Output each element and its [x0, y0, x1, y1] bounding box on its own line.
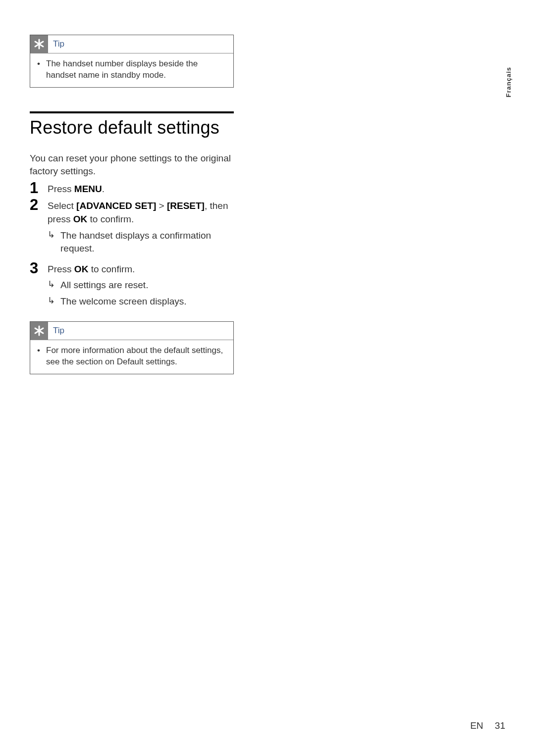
step-2: 2 Select [ADVANCED SET] > [RESET], then …	[30, 197, 234, 226]
step-text: Select	[48, 201, 76, 211]
result-text: The handset displays a confirmation requ…	[60, 229, 234, 255]
asterisk-icon	[30, 35, 48, 53]
arrow-icon: ↳	[48, 229, 60, 255]
bullet-icon: •	[37, 58, 46, 81]
ok-label: OK	[74, 264, 89, 274]
section-divider	[30, 111, 234, 113]
step-body: Press OK to confirm.	[48, 260, 135, 276]
page-footer: EN 31	[470, 720, 505, 731]
tip-body: • For more information about the default…	[30, 340, 233, 374]
tip-box-2: Tip • For more information about the def…	[30, 321, 234, 374]
tip-label: Tip	[48, 326, 64, 336]
intro-text: You can reset your phone settings to the…	[30, 152, 234, 178]
side-language-tab: Français	[505, 67, 512, 97]
arrow-icon: ↳	[48, 279, 60, 292]
step-1: 1 Press MENU.	[30, 180, 234, 196]
step-3-result-1: ↳ All settings are reset.	[48, 279, 234, 292]
step-text: Press	[48, 264, 74, 274]
step-number: 1	[30, 180, 48, 196]
step-2-result: ↳ The handset displays a confirmation re…	[48, 229, 234, 255]
arrow-icon: ↳	[48, 295, 60, 308]
bullet-icon: •	[37, 345, 46, 368]
advanced-set-label: [ADVANCED SET]	[76, 201, 156, 211]
tip-box-1: Tip • The handset number displays beside…	[30, 35, 234, 88]
step-text: to confirm.	[88, 264, 135, 274]
menu-label: MENU	[74, 184, 102, 194]
step-body: Press MENU.	[48, 180, 105, 196]
page-number: 31	[495, 720, 505, 731]
tip-header: Tip	[30, 322, 233, 340]
result-text: The welcome screen displays.	[60, 295, 187, 308]
footer-language: EN	[470, 720, 483, 731]
tip-text: The handset number displays beside the h…	[46, 58, 226, 81]
step-text: Press	[48, 184, 74, 194]
step-3-result-2: ↳ The welcome screen displays.	[48, 295, 234, 308]
reset-label: [RESET]	[167, 201, 205, 211]
step-number: 3	[30, 260, 48, 276]
step-3: 3 Press OK to confirm.	[30, 260, 234, 276]
step-number: 2	[30, 197, 48, 226]
tip-header: Tip	[30, 35, 233, 53]
tip-body: • The handset number displays beside the…	[30, 53, 233, 87]
tip-label: Tip	[48, 39, 64, 49]
step-body: Select [ADVANCED SET] > [RESET], then pr…	[48, 197, 234, 226]
result-text: All settings are reset.	[60, 279, 148, 292]
step-text: .	[102, 184, 105, 194]
step-text: to confirm.	[87, 214, 134, 224]
tip-text: For more information about the default s…	[46, 345, 226, 368]
ok-label: OK	[73, 214, 88, 224]
step-text: >	[156, 201, 167, 211]
section-title: Restore default settings	[30, 117, 234, 138]
asterisk-icon	[30, 322, 48, 340]
